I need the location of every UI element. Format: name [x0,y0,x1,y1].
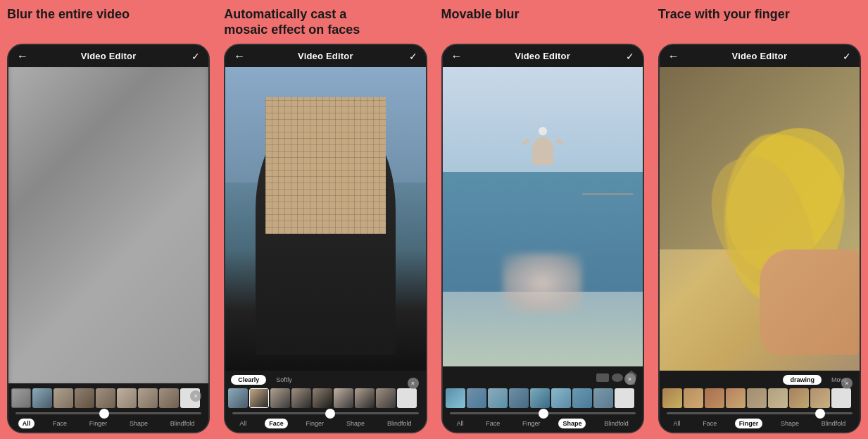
thumb-t7[interactable] [789,388,809,408]
thumb-v7[interactable] [572,388,592,408]
slider-track-movable[interactable] [450,412,636,414]
thumb-m4[interactable] [291,388,311,408]
thumb-7[interactable] [138,388,158,408]
thumb-v1[interactable] [446,388,465,408]
thumb-m7[interactable] [355,388,375,408]
toggle-clearly[interactable]: Clearly [231,375,266,385]
panel-blur-video: Blur the entire video ← Video Editor ✓ × [0,0,217,439]
thumb-white-movable[interactable] [615,388,634,408]
thumb-m5[interactable] [313,388,332,408]
tab-face-mosaic[interactable]: Face [265,419,288,428]
slider-track-blur[interactable] [15,412,201,414]
tab-face-blur[interactable]: Face [49,419,71,428]
movable-blur-spot[interactable] [503,253,583,313]
thumb-t3[interactable] [705,388,724,408]
phone-footer-movable: × [443,366,643,432]
check-icon-blur[interactable]: ✓ [191,51,200,62]
draw-pill-drawing[interactable]: drawing [783,375,822,385]
trace-video-bg [660,67,860,371]
tab-shape-blur[interactable]: Shape [125,419,152,428]
mosaic-video-bg [225,67,425,371]
tab-shape-mosaic[interactable]: Shape [342,419,369,428]
tab-finger-mosaic[interactable]: Finger [302,419,329,428]
slider-thumb-trace[interactable] [815,409,825,419]
check-icon-movable[interactable]: ✓ [626,51,634,62]
phone-header-blur: ← Video Editor ✓ [8,45,208,67]
thumb-t5[interactable] [747,388,767,408]
thumb-v8[interactable] [593,388,613,408]
thumb-v4[interactable] [509,388,529,408]
tab-bar-blur: All Face Finger Shape Blindfold [11,416,206,431]
thumb-5[interactable] [96,388,115,408]
slider-thumb-movable[interactable] [539,409,548,419]
panel-title-mosaic: Automatically cast a mosaic effect on fa… [224,7,427,38]
thumb-t6[interactable] [768,388,788,408]
thumb-6[interactable] [117,388,137,408]
check-icon-trace[interactable]: ✓ [843,51,851,62]
thumb-t4[interactable] [726,388,746,408]
tab-blindfold-movable[interactable]: Blindfold [600,419,633,428]
tab-bar-trace: All Face Finger Shape Blindfold [662,416,857,431]
header-title-blur: Video Editor [81,51,137,61]
thumb-white-trace[interactable] [831,388,851,408]
tab-shape-movable[interactable]: Shape [558,419,586,428]
toggle-bar-mosaic: Clearly Softly [228,373,422,386]
oval-shape-icon[interactable] [612,373,623,382]
tab-finger-blur[interactable]: Finger [85,419,112,428]
thumb-2[interactable] [32,388,52,408]
rect-shape-icon[interactable] [596,373,609,382]
thumb-v3[interactable] [488,388,508,408]
back-icon-trace[interactable]: ← [668,50,679,63]
panel-title-trace: Trace with your finger [658,7,861,38]
close-button-mosaic[interactable]: × [408,378,419,389]
slider-track-mosaic[interactable] [232,412,418,414]
tab-blindfold-trace[interactable]: Blindfold [817,419,850,428]
tab-all-mosaic[interactable]: All [235,419,251,428]
thumb-m1[interactable] [228,388,248,408]
video-content-movable [443,67,643,366]
slider-area-blur [11,410,206,416]
thumb-t2[interactable] [684,388,703,408]
thumb-v5[interactable] [530,388,550,408]
tab-face-trace[interactable]: Face [698,419,721,428]
back-icon-blur[interactable]: ← [17,50,28,63]
close-button-movable[interactable]: × [624,373,636,385]
tab-blindfold-blur[interactable]: Blindfold [166,419,199,428]
slider-area-trace [662,410,857,416]
back-icon-movable[interactable]: ← [451,50,463,63]
tab-finger-trace[interactable]: Finger [735,419,763,428]
slider-thumb-blur[interactable] [99,409,109,419]
thumb-v2[interactable] [467,388,486,408]
thumb-m3[interactable] [270,388,290,408]
thumb-t1[interactable] [662,388,682,408]
thumb-8[interactable] [159,388,179,408]
thumb-white-mosaic[interactable] [397,388,417,408]
bridge-element [582,193,632,195]
check-icon-mosaic[interactable]: ✓ [409,51,417,62]
slider-track-trace[interactable] [667,412,853,414]
thumb-3[interactable] [54,388,73,408]
back-icon-mosaic[interactable]: ← [234,50,245,63]
toggle-softly[interactable]: Softly [269,375,299,385]
tab-face-movable[interactable]: Face [482,419,504,428]
slider-thumb-mosaic[interactable] [325,409,335,419]
draw-toggle-bar: drawing Move [662,373,857,386]
thumb-m8[interactable] [376,388,396,408]
close-button-trace[interactable]: × [841,378,853,389]
tab-all-blur[interactable]: All [18,419,35,428]
tab-shape-trace[interactable]: Shape [776,419,803,428]
person-arm-right [555,138,564,145]
thumb-m6[interactable] [334,388,353,408]
tab-finger-movable[interactable]: Finger [518,419,545,428]
thumb-1[interactable] [11,388,31,408]
tab-blindfold-mosaic[interactable]: Blindfold [383,419,416,428]
phone-frame-trace: ← Video Editor ✓ × [658,44,861,433]
thumb-t8[interactable] [810,388,830,408]
thumb-m2[interactable] [249,388,269,408]
phone-frame-mosaic: ← Video Editor ✓ × Clearly Softly [224,44,427,433]
thumb-4[interactable] [75,388,94,408]
tab-all-movable[interactable]: All [452,419,467,428]
video-content-trace [660,67,860,371]
tab-all-trace[interactable]: All [669,419,685,428]
thumb-v6[interactable] [551,388,571,408]
